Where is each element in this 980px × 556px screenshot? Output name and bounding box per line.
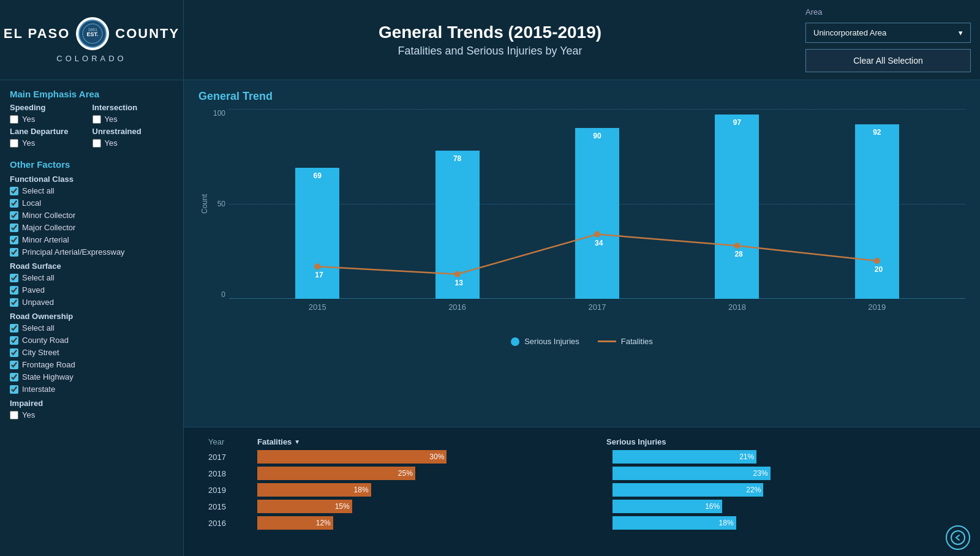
- functional-class-checkbox-2[interactable]: [10, 211, 18, 220]
- functional-class-item-4[interactable]: Minor Arterial: [10, 235, 173, 244]
- fatalities-pct-2015: 15%: [335, 502, 350, 511]
- page-title: General Trends (2015-2019): [379, 23, 601, 42]
- road-ownership-checkbox-1[interactable]: [10, 336, 18, 345]
- serious-injuries-legend-dot: [511, 337, 519, 346]
- functional-class-checkbox-5[interactable]: [10, 248, 18, 257]
- logo-text-2: County: [115, 26, 179, 42]
- x-label-2016: 2016: [387, 299, 527, 317]
- road-surface-label-2: Unpaved: [22, 298, 54, 307]
- road-ownership-checkbox-4[interactable]: [10, 373, 18, 381]
- chart-body: 69 78 90 97 92 1713342820 20152016201720…: [229, 109, 965, 317]
- intersection-yes-checkbox[interactable]: [92, 115, 101, 124]
- functional-class-item-2[interactable]: Minor Collector: [10, 211, 173, 220]
- road-ownership-item-3[interactable]: Frontage Road: [10, 360, 173, 369]
- road-ownership-item-5[interactable]: Interstate: [10, 385, 173, 394]
- bar-2019[interactable]: 92: [855, 124, 899, 299]
- road-surface-item-1[interactable]: Paved: [10, 285, 173, 295]
- speeding-yes-item[interactable]: Yes: [10, 115, 91, 124]
- bar-group-2015: 69: [247, 168, 387, 299]
- intersection-yes-item[interactable]: Yes: [92, 115, 174, 124]
- functional-class-label-3: Major Collector: [22, 223, 75, 232]
- functional-class-item-1[interactable]: Local: [10, 198, 173, 208]
- fatalities-bar-2016: 12%: [257, 516, 333, 530]
- lane-departure-yes-item[interactable]: Yes: [10, 138, 91, 148]
- chevron-down-icon: ▾: [959, 28, 963, 37]
- functional-class-label-5: Principal Arterial/Expressway: [22, 247, 125, 257]
- road-surface-checkbox-1[interactable]: [10, 286, 18, 295]
- speeding-yes-checkbox[interactable]: [10, 115, 18, 124]
- table-rows: 2017 30% 21% 2018 25% 23% 2019 18% 22% 2…: [208, 450, 956, 530]
- header: El Paso EST. 1861 County COLORADO Genera…: [0, 0, 980, 80]
- road-ownership-label-4: State Highway: [22, 372, 74, 381]
- serious-pct-2019: 22%: [746, 486, 761, 494]
- road-ownership-item-4[interactable]: State Highway: [10, 372, 173, 381]
- bar-group-2016: 78: [387, 151, 527, 299]
- year-cell-2019: 2019: [208, 486, 257, 495]
- clear-all-button[interactable]: Clear All Selection: [805, 49, 971, 72]
- bars-container: 69 78 90 97 92: [229, 109, 965, 299]
- functional-class-checkbox-0[interactable]: [10, 187, 18, 195]
- functional-class-checkbox-3[interactable]: [10, 224, 18, 232]
- road-ownership-checkbox-5[interactable]: [10, 385, 18, 394]
- main-emphasis-title: Main Emphasis Area: [10, 89, 173, 99]
- back-button[interactable]: [946, 525, 970, 550]
- table-panel: Year Fatalities ▼ Serious Injuries 2017 …: [184, 427, 980, 556]
- road-surface-checkbox-2[interactable]: [10, 298, 18, 307]
- road-ownership-checkbox-0[interactable]: [10, 324, 18, 332]
- bar-2015[interactable]: 69: [295, 168, 339, 299]
- road-ownership-checkbox-3[interactable]: [10, 361, 18, 369]
- functional-class-label-4: Minor Arterial: [22, 235, 69, 244]
- serious-pct-2018: 23%: [753, 469, 768, 478]
- intersection-label: Intersection: [92, 103, 174, 112]
- fatalities-bar-2015: 15%: [257, 500, 352, 513]
- road-surface-label-1: Paved: [22, 285, 45, 295]
- sidebar: Main Emphasis Area Speeding Yes Lane Dep…: [0, 80, 184, 556]
- road-ownership-item-2[interactable]: City Street: [10, 348, 173, 357]
- road-surface-item-0[interactable]: Select all: [10, 273, 173, 282]
- functional-class-checkbox-4[interactable]: [10, 236, 18, 244]
- impaired-yes-item[interactable]: Yes: [10, 410, 173, 419]
- svg-text:EST.: EST.: [87, 31, 99, 37]
- road-surface-item-2[interactable]: Unpaved: [10, 298, 173, 307]
- table-row-2019: 2019 18% 22%: [208, 483, 956, 497]
- unrestrained-yes-checkbox[interactable]: [92, 139, 101, 148]
- functional-class-checkbox-1[interactable]: [10, 199, 18, 208]
- logo-text-1: El Paso: [4, 26, 70, 42]
- bar-group-2017: 90: [527, 128, 667, 299]
- road-ownership-label-2: City Street: [22, 348, 59, 357]
- fatalities-bar-2017: 30%: [257, 450, 447, 464]
- road-ownership-checkbox-2[interactable]: [10, 348, 18, 357]
- bar-2017[interactable]: 90: [575, 128, 619, 299]
- unrestrained-yes-item[interactable]: Yes: [92, 138, 174, 148]
- functional-class-label-1: Local: [22, 198, 41, 208]
- fatalities-pct-2019: 18%: [354, 486, 369, 494]
- table-row-2016: 2016 12% 18%: [208, 516, 956, 530]
- functional-class-list: Select allLocalMinor CollectorMajor Coll…: [10, 186, 173, 257]
- y-label-50: 50: [211, 200, 225, 208]
- fatalities-pct-2017: 30%: [429, 453, 444, 461]
- road-ownership-item-1[interactable]: County Road: [10, 336, 173, 345]
- header-controls: Area Unincorporated Area ▾ Clear All Sel…: [796, 0, 980, 80]
- serious-pct-2015: 16%: [705, 502, 720, 511]
- lane-departure-yes-checkbox[interactable]: [10, 139, 18, 148]
- road-ownership-label-0: Select all: [22, 323, 55, 332]
- speeding-col: Speeding Yes Lane Departure Yes: [10, 103, 91, 151]
- area-dropdown[interactable]: Unincorporated Area ▾: [805, 23, 971, 43]
- x-labels: 20152016201720182019: [229, 299, 965, 317]
- intersection-col: Intersection Yes Unrestrained Yes: [92, 103, 174, 151]
- road-ownership-item-0[interactable]: Select all: [10, 323, 173, 332]
- lane-departure-label: Lane Departure: [10, 127, 91, 136]
- bar-2018[interactable]: 97: [715, 115, 759, 299]
- road-surface-checkbox-0[interactable]: [10, 274, 18, 282]
- emphasis-checkboxes: Speeding Yes Lane Departure Yes Intersec…: [10, 103, 173, 151]
- bar-2016[interactable]: 78: [435, 151, 480, 299]
- x-label-2018: 2018: [667, 299, 807, 317]
- impaired-yes-checkbox[interactable]: [10, 411, 18, 419]
- functional-class-item-3[interactable]: Major Collector: [10, 223, 173, 232]
- table-row-2017: 2017 30% 21%: [208, 450, 956, 464]
- functional-class-item-0[interactable]: Select all: [10, 186, 173, 195]
- svg-text:1861: 1861: [88, 28, 98, 32]
- functional-class-item-5[interactable]: Principal Arterial/Expressway: [10, 247, 173, 257]
- serious-bar-2016: 18%: [612, 516, 736, 530]
- legend-fatalities: Fatalities: [598, 337, 653, 346]
